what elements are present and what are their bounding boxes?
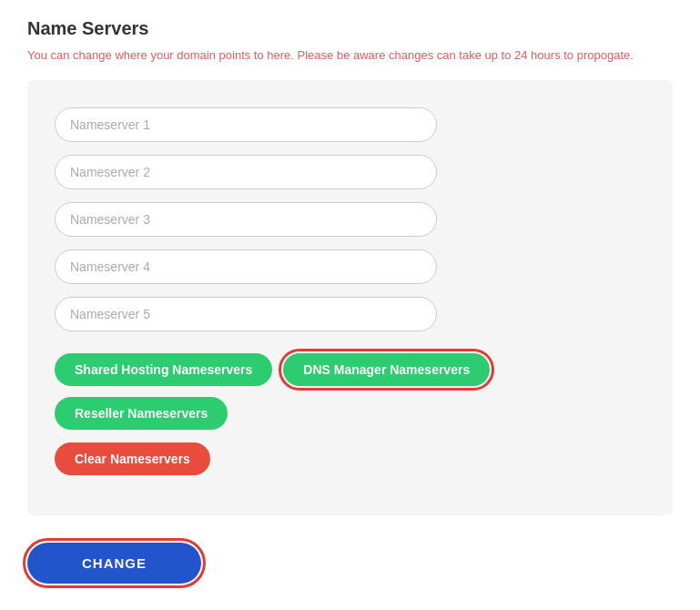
clear-button-row: Clear Nameservers xyxy=(55,442,645,475)
nameserver-5-input[interactable] xyxy=(55,297,437,331)
preset-buttons-row: Shared Hosting Nameservers DNS Manager N… xyxy=(55,353,645,430)
shared-hosting-nameservers-button[interactable]: Shared Hosting Nameservers xyxy=(55,353,272,386)
dns-manager-nameservers-button[interactable]: DNS Manager Nameservers xyxy=(283,353,490,386)
change-button-wrapper: CHANGE xyxy=(27,543,673,584)
nameserver-inputs xyxy=(55,107,645,331)
change-button[interactable]: CHANGE xyxy=(27,543,201,584)
nameserver-1-input[interactable] xyxy=(55,107,437,142)
nameserver-4-input[interactable] xyxy=(55,249,437,284)
nameserver-3-input[interactable] xyxy=(55,202,437,237)
clear-nameservers-button[interactable]: Clear Nameservers xyxy=(55,442,210,475)
page-title: Name Servers xyxy=(27,18,673,39)
nameservers-card: Shared Hosting Nameservers DNS Manager N… xyxy=(27,80,673,515)
reseller-nameservers-button[interactable]: Reseller Nameservers xyxy=(55,397,228,430)
nameserver-2-input[interactable] xyxy=(55,155,437,189)
description-text: You can change where your domain points … xyxy=(27,48,673,62)
